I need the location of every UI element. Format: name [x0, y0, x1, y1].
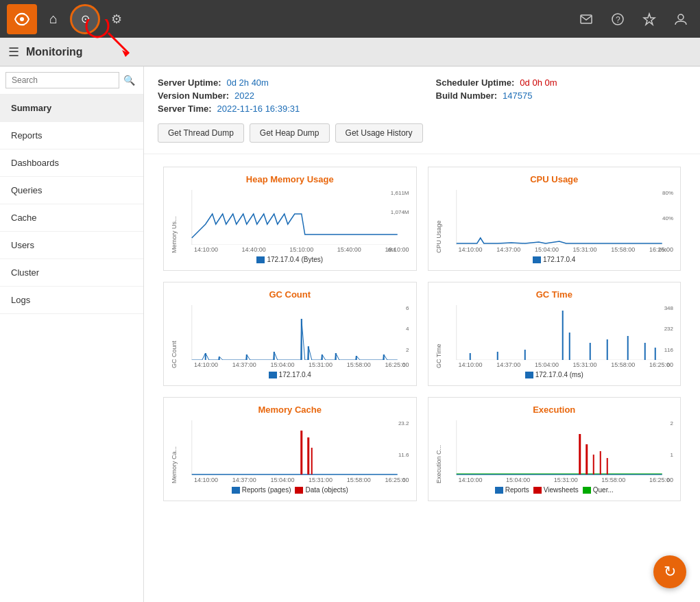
heap-memory-ylabel: Memory Us...: [171, 190, 178, 253]
execution-title: Execution: [435, 405, 674, 415]
server-info-section: Server Uptime: 0d 2h 40m Scheduler Uptim…: [144, 67, 700, 154]
get-heap-dump-button[interactable]: Get Heap Dump: [250, 123, 330, 143]
version-row: Version Number: 2022: [158, 91, 409, 101]
gc-count-legend-label: 172.17.0.4: [279, 371, 311, 378]
brand-icon[interactable]: [7, 4, 37, 34]
memory-cache-xlabels: 14:10:00 14:37:00 15:04:00 15:31:00 15:5…: [194, 477, 409, 483]
search-button[interactable]: 🔍: [121, 73, 138, 87]
memory-cache-chart: Memory Cache Memory Ca... 23.2 11.6 0: [163, 397, 417, 501]
execution-xlabels: 14:10:00 15:04:00 15:31:00 15:58:00 16:2…: [459, 477, 674, 483]
server-time-value: 2022-11-16 16:39:31: [217, 104, 300, 114]
star-icon[interactable]: [637, 7, 662, 32]
server-uptime-value: 0d 2h 40m: [226, 77, 268, 88]
heap-memory-xlabels: 14:10:00 14:40:00 15:10:00 15:40:00 16:1…: [194, 246, 409, 253]
memory-cache-legend: Reports (pages) Data (objects): [171, 486, 409, 494]
server-uptime-label: Server Uptime:: [158, 77, 221, 88]
execution-blue-legend-box: [495, 487, 503, 494]
gc-time-chart: GC Time GC Time 348 232 116 0: [428, 282, 681, 386]
server-time-label: Server Time:: [158, 104, 212, 114]
scheduler-uptime-label: Scheduler Uptime:: [436, 77, 515, 88]
charts-grid: Heap Memory Usage Memory Us... 1,611M 1,…: [144, 154, 700, 514]
memory-cache-blue-legend-box: [232, 487, 240, 494]
cpu-chart: CPU Usage CPU Usage 80% 40% 0%: [428, 167, 681, 271]
scheduler-uptime-row: Scheduler Uptime: 0d 0h 0m: [436, 77, 687, 88]
heap-legend-box: [256, 256, 265, 263]
svg-rect-4: [581, 15, 592, 23]
svg-rect-28: [456, 305, 662, 360]
server-info-grid: Server Uptime: 0d 2h 40m Scheduler Uptim…: [158, 77, 686, 114]
sidebar-item-cluster[interactable]: Cluster: [0, 259, 143, 287]
cpu-xlabels: 14:10:00 14:37:00 15:04:00 15:31:00 15:5…: [459, 246, 674, 253]
svg-text:?: ?: [616, 15, 620, 25]
home-nav-icon[interactable]: ⌂: [38, 4, 69, 34]
cpu-legend-box: [533, 256, 541, 263]
execution-red-legend-box: [533, 487, 542, 494]
gc-count-legend: 172.17.0.4: [171, 371, 409, 378]
gc-count-xlabels: 14:10:00 14:37:00 15:04:00 15:31:00 15:5…: [194, 361, 409, 368]
main-content: Server Uptime: 0d 2h 40m Scheduler Uptim…: [144, 67, 700, 602]
hamburger-menu[interactable]: ☰: [8, 45, 19, 60]
search-input[interactable]: [5, 72, 119, 88]
search-container: 🔍: [0, 67, 143, 95]
sub-header: ☰ Monitoring: [0, 38, 700, 67]
gc-count-legend-box: [269, 372, 277, 378]
sidebar-item-cache[interactable]: Cache: [0, 204, 143, 232]
gc-time-legend-box: [525, 372, 533, 378]
svg-marker-7: [644, 14, 655, 25]
gc-time-legend: 172.17.0.4 (ms): [435, 371, 674, 378]
user-icon[interactable]: [668, 7, 693, 32]
svg-rect-12: [456, 190, 662, 245]
scheduler-uptime-value: 0d 0h 0m: [520, 77, 557, 88]
svg-rect-47: [456, 420, 662, 475]
build-label: Build Number:: [436, 91, 498, 101]
action-buttons: Get Thread Dump Get Heap Dump Get Usage …: [158, 123, 686, 143]
sidebar-item-reports[interactable]: Reports: [0, 122, 143, 149]
memory-cache-ylabel: Memory Ca...: [171, 420, 178, 483]
execution-ylabel: Execution C...: [435, 420, 442, 483]
cpu-legend: 172.17.0.4: [435, 256, 674, 263]
gc-time-xlabels: 14:10:00 14:37:00 15:04:00 15:31:00 15:5…: [459, 361, 674, 368]
heap-memory-legend: 172.17.0.4 (Bytes): [171, 256, 409, 263]
sidebar-item-users[interactable]: Users: [0, 232, 143, 259]
sidebar-item-logs[interactable]: Logs: [0, 287, 143, 314]
top-nav: ⌂ ⊙ ⚙ ?: [0, 0, 700, 38]
settings-nav-icon[interactable]: ⚙: [101, 4, 132, 34]
get-usage-history-button[interactable]: Get Usage History: [335, 123, 423, 143]
messages-icon[interactable]: [574, 7, 599, 32]
execution-viewsheets-label: Viewsheets: [544, 486, 579, 494]
cpu-ylabel: CPU Usage: [435, 190, 442, 253]
heap-legend-label: 172.17.0.4 (Bytes): [267, 256, 323, 263]
sidebar: 🔍 Summary Reports Dashboards Queries Cac…: [0, 67, 144, 602]
svg-rect-9: [192, 190, 398, 245]
build-value: 147575: [503, 91, 532, 101]
version-value: 2022: [234, 91, 254, 101]
cpu-legend-label: 172.17.0.4: [543, 256, 575, 263]
main-layout: 🔍 Summary Reports Dashboards Queries Cac…: [0, 67, 700, 602]
nav-right-icons: ?: [574, 7, 693, 32]
refresh-button[interactable]: ↻: [653, 555, 686, 588]
svg-point-8: [678, 14, 684, 20]
gc-time-title: GC Time: [435, 289, 674, 300]
sidebar-item-dashboards[interactable]: Dashboards: [0, 149, 143, 177]
gc-time-legend-label: 172.17.0.4 (ms): [535, 371, 583, 378]
build-row: Build Number: 147575: [436, 91, 687, 101]
memory-cache-blue-legend-label: Reports (pages): [242, 486, 291, 494]
sidebar-item-summary[interactable]: Summary: [0, 95, 143, 122]
memory-cache-red-legend-label: Data (objects): [305, 486, 348, 494]
monitoring-nav-icon[interactable]: ⊙: [70, 4, 100, 34]
execution-chart: Execution Execution C... 2 1 0: [428, 397, 681, 501]
server-time-row: Server Time: 2022-11-16 16:39:31: [158, 104, 409, 114]
version-label: Version Number:: [158, 91, 229, 101]
execution-reports-label: Reports: [505, 486, 529, 494]
svg-rect-15: [192, 305, 398, 360]
heap-memory-chart: Heap Memory Usage Memory Us... 1,611M 1,…: [163, 167, 417, 271]
execution-green-legend-box: [583, 487, 591, 494]
sidebar-item-queries[interactable]: Queries: [0, 177, 143, 204]
heap-memory-title: Heap Memory Usage: [171, 174, 409, 184]
get-thread-dump-button[interactable]: Get Thread Dump: [158, 123, 244, 143]
execution-queries-label: Quer...: [593, 486, 614, 494]
gc-count-ylabel: GC Count: [171, 305, 178, 368]
help-icon[interactable]: ?: [605, 7, 630, 32]
svg-rect-41: [192, 420, 398, 475]
memory-cache-red-legend-box: [295, 487, 303, 494]
